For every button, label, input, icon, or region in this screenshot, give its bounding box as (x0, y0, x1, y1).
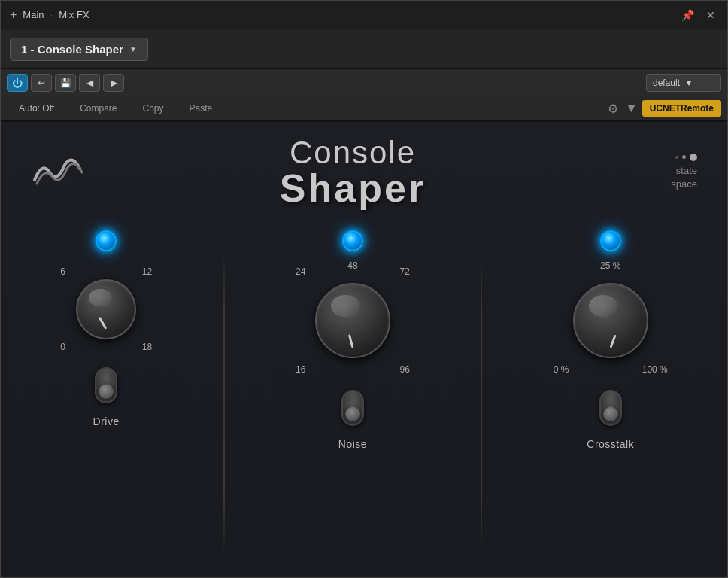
drive-section: 6 12 0 18 Drive (57, 230, 155, 427)
pin-button[interactable]: 📌 (678, 8, 697, 23)
state-space-logo: statespace (622, 154, 697, 191)
plugin-title-console: Console (83, 137, 622, 169)
crosstalk-knob[interactable] (573, 283, 648, 358)
crosstalk-label-br: 100 % (642, 364, 668, 375)
crosstalk-value: 25 % (600, 260, 620, 271)
noise-led[interactable] (342, 230, 363, 251)
add-button[interactable]: + (10, 8, 17, 22)
drive-label: Drive (93, 415, 120, 427)
plugin-name-button[interactable]: 1 - Console Shaper ▼ (10, 38, 148, 61)
noise-label-tl: 24 (296, 266, 305, 277)
settings-button[interactable]: ⚙ (605, 100, 621, 117)
crosstalk-led[interactable] (600, 230, 621, 251)
separator: · (50, 9, 53, 20)
dropdown-button[interactable]: ▼ (623, 100, 641, 117)
prev-button[interactable]: ◀ (79, 74, 100, 92)
noise-value: 48 (347, 260, 357, 271)
waves-logo (31, 154, 83, 191)
crosstalk-label: Crosstalk (587, 438, 634, 450)
noise-label-bl: 16 (296, 364, 305, 375)
plugin-window: + Main · Mix FX 📌 ✕ 1 - Console Shaper ▼… (0, 0, 728, 578)
paste-button[interactable]: Paste (177, 100, 225, 117)
crosstalk-section: 25 % 0 % 100 % Crosstalk (551, 230, 671, 450)
drive-label-br: 18 (142, 342, 152, 352)
dot-2 (682, 155, 686, 159)
drive-toggle-nub (99, 384, 114, 399)
title-bar: + Main · Mix FX 📌 ✕ (1, 1, 727, 29)
plugin-selector-arrow: ▼ (129, 45, 137, 53)
crosstalk-label-bl: 0 % (554, 364, 569, 375)
drive-knob-container: 6 12 0 18 (57, 260, 155, 358)
noise-section: 48 24 72 16 96 Noise (293, 230, 413, 450)
crosstalk-toggle-nub (603, 406, 618, 421)
toolbar-bar: ⏻ ↩ 💾 ◀ ▶ default ▼ (1, 69, 727, 96)
drive-label-bl: 0 (60, 342, 65, 352)
drive-label-tr: 12 (142, 266, 152, 277)
state-space-dots (622, 154, 697, 161)
drive-toggle[interactable] (95, 367, 117, 403)
ucnet-button[interactable]: UCNETRemote (642, 100, 721, 117)
drive-led[interactable] (96, 230, 117, 251)
preset-selector[interactable]: default ▼ (646, 74, 721, 92)
action-bar: Auto: Off Compare Copy Paste ⚙ ▼ UCNETRe… (1, 96, 727, 122)
noise-label-br: 96 (400, 364, 410, 375)
crosstalk-knob-container: 25 % 0 % 100 % (551, 260, 671, 381)
drive-knob[interactable] (76, 279, 136, 339)
power-button[interactable]: ⏻ (7, 74, 28, 92)
plugin-title-shaper: Shaper (83, 169, 622, 208)
close-button[interactable]: ✕ (703, 8, 718, 23)
noise-label: Noise (338, 438, 367, 450)
plugin-title-area: Console Shaper (83, 137, 622, 208)
drive-label-tl: 6 (60, 266, 65, 277)
main-label: Main (23, 9, 44, 20)
auto-button[interactable]: Auto: Off (7, 100, 66, 117)
separator-1 (223, 253, 225, 555)
undo-button[interactable]: ↩ (31, 74, 52, 92)
plugin-name-label: 1 - Console Shaper (21, 43, 123, 56)
noise-knob-container: 48 24 72 16 96 (293, 260, 413, 381)
preset-arrow: ▼ (684, 78, 693, 88)
dot-3 (690, 154, 697, 161)
next-button[interactable]: ▶ (103, 74, 124, 92)
noise-label-tr: 72 (400, 266, 410, 277)
state-space-text: statespace (622, 164, 697, 191)
noise-toggle[interactable] (341, 390, 364, 426)
save-button[interactable]: 💾 (55, 74, 76, 92)
noise-toggle-nub (345, 406, 360, 421)
dot-1 (675, 156, 678, 159)
copy-button[interactable]: Copy (131, 100, 176, 117)
mixfx-label: Mix FX (59, 9, 89, 20)
plugin-main: Console Shaper statespace 6 12 (1, 122, 727, 577)
controls-area: 6 12 0 18 Drive 48 (31, 230, 697, 555)
plugin-selector-bar: 1 - Console Shaper ▼ (1, 29, 727, 69)
plugin-header: Console Shaper statespace (31, 137, 697, 208)
preset-name: default (653, 78, 680, 88)
compare-button[interactable]: Compare (68, 100, 129, 117)
noise-knob[interactable] (315, 283, 390, 358)
separator-2 (481, 253, 482, 555)
crosstalk-toggle[interactable] (599, 390, 622, 426)
